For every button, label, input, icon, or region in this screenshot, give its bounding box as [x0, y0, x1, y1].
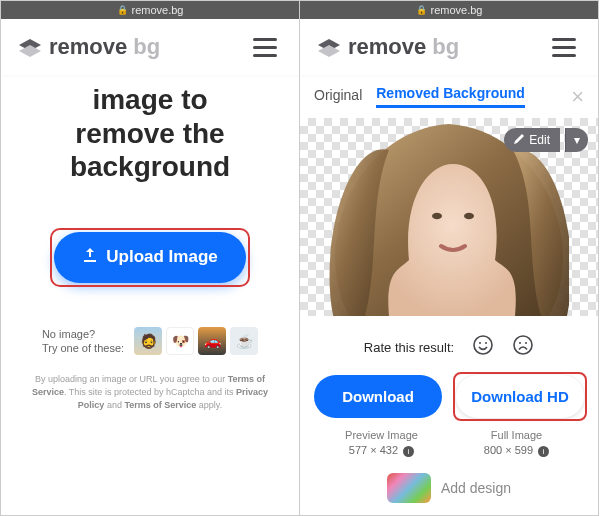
- download-meta: Preview Image 577 × 432 i Full Image 800…: [300, 424, 598, 459]
- full-meta-title: Full Image: [449, 428, 584, 443]
- menu-button[interactable]: [546, 32, 582, 63]
- rate-happy-icon[interactable]: [472, 334, 494, 361]
- sample-thumb[interactable]: ☕: [230, 327, 258, 355]
- headline-line: image to: [15, 83, 285, 117]
- rate-label: Rate this result:: [364, 340, 454, 355]
- add-design-label: Add design: [441, 480, 511, 496]
- left-content: image to remove the background Upload Im…: [1, 75, 299, 515]
- upload-icon: [82, 247, 98, 268]
- page-headline: image to remove the background: [15, 83, 285, 184]
- add-design-row[interactable]: Add design: [387, 473, 511, 503]
- chevron-down-icon: ▾: [574, 133, 580, 147]
- logo-icon: [316, 37, 342, 57]
- edit-button[interactable]: Edit: [504, 128, 560, 152]
- pane-result: 🔒 remove.bg removebg Original Removed Ba…: [299, 0, 599, 516]
- preview-meta-dims: 577 × 432: [349, 444, 398, 456]
- site-header: removebg: [300, 19, 598, 75]
- upload-label: Upload Image: [106, 247, 217, 267]
- headline-line: background: [15, 150, 285, 184]
- url-text: remove.bg: [431, 4, 483, 16]
- sample-images-row: No image? Try one of these: 🧔 🐶 🚗 ☕: [15, 327, 285, 356]
- logo-text-1: remove: [348, 34, 426, 60]
- download-hd-label: Download HD: [471, 388, 569, 405]
- full-meta: Full Image 800 × 599 i: [449, 428, 584, 459]
- tos2-link[interactable]: Terms of Service: [124, 400, 196, 410]
- svg-point-5: [464, 213, 474, 219]
- svg-point-9: [514, 336, 532, 354]
- sample-thumbs: 🧔 🐶 🚗 ☕: [134, 327, 258, 355]
- logo[interactable]: removebg: [316, 34, 459, 60]
- preview-meta: Preview Image 577 × 432 i: [314, 428, 449, 459]
- rate-sad-icon[interactable]: [512, 334, 534, 361]
- download-row: Download Download HD: [300, 361, 598, 424]
- headline-line: remove the: [15, 117, 285, 151]
- svg-point-11: [525, 342, 527, 344]
- preview-meta-title: Preview Image: [314, 428, 449, 443]
- menu-button[interactable]: [247, 32, 283, 63]
- browser-urlbar: 🔒 remove.bg: [300, 1, 598, 19]
- svg-point-6: [474, 336, 492, 354]
- wand-icon: [514, 133, 524, 147]
- site-header: removebg: [1, 19, 299, 75]
- svg-point-4: [432, 213, 442, 219]
- download-hd-button[interactable]: Download HD: [456, 375, 584, 418]
- edit-label: Edit: [529, 133, 550, 147]
- noimage-l1: No image?: [42, 327, 124, 341]
- noimage-l2: Try one of these:: [42, 341, 124, 355]
- noimage-text: No image? Try one of these:: [42, 327, 124, 356]
- edit-dropdown[interactable]: ▾: [565, 128, 588, 152]
- result-preview: Edit ▾: [300, 118, 598, 316]
- svg-point-7: [479, 342, 481, 344]
- url-text: remove.bg: [132, 4, 184, 16]
- legal-text: By uploading an image or URL you agree t…: [15, 373, 285, 411]
- browser-urlbar: 🔒 remove.bg: [1, 1, 299, 19]
- design-swatch-icon: [387, 473, 431, 503]
- info-icon[interactable]: i: [538, 446, 549, 457]
- rate-row: Rate this result:: [300, 334, 598, 361]
- logo-text-1: remove: [49, 34, 127, 60]
- logo-text-2: bg: [432, 34, 459, 60]
- full-meta-dims: 800 × 599: [484, 444, 533, 456]
- sample-thumb[interactable]: 🚗: [198, 327, 226, 355]
- sample-thumb[interactable]: 🐶: [166, 327, 194, 355]
- tab-original[interactable]: Original: [314, 87, 362, 107]
- download-label: Download: [342, 388, 414, 405]
- result-tabs: Original Removed Background ×: [300, 75, 598, 114]
- svg-point-10: [519, 342, 521, 344]
- sample-thumb[interactable]: 🧔: [134, 327, 162, 355]
- pane-upload: 🔒 remove.bg removebg image to remove the…: [0, 0, 300, 516]
- lock-icon: 🔒: [416, 5, 427, 15]
- info-icon[interactable]: i: [403, 446, 414, 457]
- lock-icon: 🔒: [117, 5, 128, 15]
- close-icon[interactable]: ×: [571, 86, 584, 108]
- svg-marker-3: [318, 45, 340, 57]
- download-button[interactable]: Download: [314, 375, 442, 418]
- upload-button[interactable]: Upload Image: [54, 232, 245, 283]
- logo-icon: [17, 37, 43, 57]
- svg-point-8: [485, 342, 487, 344]
- logo[interactable]: removebg: [17, 34, 160, 60]
- tab-removed-background[interactable]: Removed Background: [376, 85, 525, 108]
- logo-text-2: bg: [133, 34, 160, 60]
